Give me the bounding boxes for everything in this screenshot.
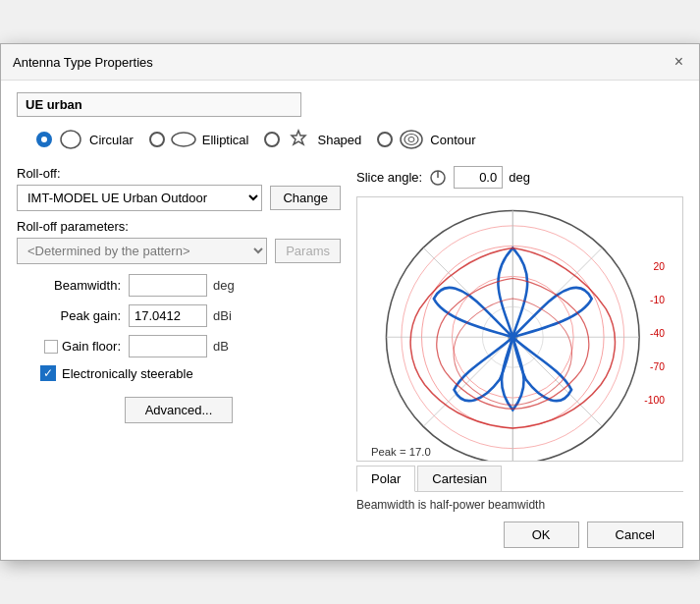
elliptical-icon <box>170 129 197 150</box>
antenna-name-input[interactable] <box>17 92 301 117</box>
svg-point-0 <box>61 131 81 148</box>
svg-point-4 <box>408 137 414 142</box>
right-panel: Slice angle: deg <box>356 166 683 548</box>
rolloff-params-label: Roll-off parameters: <box>17 219 341 234</box>
radio-shaped-indicator[interactable] <box>264 132 280 147</box>
dialog-title: Antenna Type Properties <box>13 55 153 70</box>
beamwidth-unit: deg <box>207 278 235 293</box>
electronically-steerable-checkbox[interactable] <box>40 365 56 381</box>
beamwidth-label: Beamwidth: <box>40 278 129 293</box>
close-button[interactable]: × <box>671 52 687 72</box>
params-select[interactable]: <Determined by the pattern> <box>17 238 267 264</box>
slice-unit: deg <box>509 170 530 185</box>
shaped-icon <box>285 129 312 150</box>
radio-circular[interactable]: Circular <box>36 129 134 150</box>
peak-gain-input[interactable] <box>129 304 207 327</box>
gain-floor-checkbox[interactable] <box>44 340 58 354</box>
params-row: <Determined by the pattern> Params <box>17 238 341 264</box>
ok-button[interactable]: OK <box>504 522 579 548</box>
gain-floor-input[interactable] <box>129 335 207 357</box>
radio-circular-indicator[interactable] <box>36 132 52 147</box>
change-button[interactable]: Change <box>270 186 341 210</box>
circular-icon <box>57 129 84 150</box>
title-bar: Antenna Type Properties × <box>1 44 699 81</box>
tab-cartesian[interactable]: Cartesian <box>417 466 502 491</box>
rolloff-select[interactable]: IMT-MODEL UE Urban Outdoor <box>17 185 262 211</box>
gain-floor-unit: dB <box>207 339 229 354</box>
beamwidth-note: Beamwidth is half-power beamwidth <box>356 498 683 512</box>
svg-point-2 <box>401 131 422 148</box>
advanced-button[interactable]: Advanced... <box>125 397 234 423</box>
circular-label: Circular <box>89 133 134 147</box>
antenna-type-selector: Circular Elliptical <box>36 129 683 150</box>
svg-text:-10: -10 <box>650 295 665 305</box>
svg-text:20: 20 <box>653 261 665 272</box>
radio-contour[interactable]: Contour <box>377 129 475 150</box>
gain-floor-label: Gain floor: <box>62 339 121 354</box>
slice-angle-row: Slice angle: deg <box>356 166 683 189</box>
svg-text:-40: -40 <box>650 328 665 339</box>
gain-floor-label-wrap: Gain floor: <box>40 339 129 354</box>
svg-point-3 <box>404 135 418 145</box>
gain-floor-row: Gain floor: dB <box>17 335 341 357</box>
left-panel: Roll-off: IMT-MODEL UE Urban Outdoor Cha… <box>17 166 341 548</box>
cancel-button[interactable]: Cancel <box>587 522 683 548</box>
slice-angle-icon <box>428 168 448 188</box>
rolloff-label: Roll-off: <box>17 166 341 181</box>
svg-text:-100: -100 <box>644 395 665 406</box>
shaped-label: Shaped <box>317 133 361 147</box>
radio-contour-indicator[interactable] <box>377 132 393 147</box>
svg-point-1 <box>172 133 195 146</box>
contour-label: Contour <box>430 133 475 147</box>
elliptical-label: Elliptical <box>202 133 249 147</box>
dialog-body: Circular Elliptical <box>1 81 699 560</box>
peak-gain-unit: dBi <box>207 308 232 323</box>
radio-elliptical[interactable]: Elliptical <box>149 129 249 150</box>
main-content: Roll-off: IMT-MODEL UE Urban Outdoor Cha… <box>17 166 683 548</box>
radio-shaped[interactable]: Shaped <box>264 129 361 150</box>
polar-chart: 20 -10 -40 -70 -100 <box>356 196 683 462</box>
beamwidth-row: Beamwidth: deg <box>17 274 341 297</box>
beamwidth-input[interactable] <box>129 274 207 297</box>
slice-angle-input[interactable] <box>454 166 503 189</box>
params-button[interactable]: Params <box>275 239 341 263</box>
contour-icon <box>398 129 425 150</box>
peak-gain-label: Peak gain: <box>40 308 129 323</box>
slice-label: Slice angle: <box>356 170 422 185</box>
electronically-steerable-row: Electronically steerable <box>40 365 341 381</box>
peak-gain-row: Peak gain: dBi <box>17 304 341 327</box>
radio-elliptical-indicator[interactable] <box>149 132 165 147</box>
svg-text:-70: -70 <box>650 361 665 372</box>
bottom-buttons: OK Cancel <box>356 522 683 548</box>
rolloff-select-row: IMT-MODEL UE Urban Outdoor Change <box>17 185 341 211</box>
electronically-steerable-label: Electronically steerable <box>62 366 193 381</box>
antenna-type-properties-dialog: Antenna Type Properties × Circular <box>0 43 700 561</box>
chart-tabs: Polar Cartesian <box>356 466 683 492</box>
svg-text:Peak = 17.0: Peak = 17.0 <box>371 446 431 458</box>
tab-polar[interactable]: Polar <box>356 466 415 492</box>
